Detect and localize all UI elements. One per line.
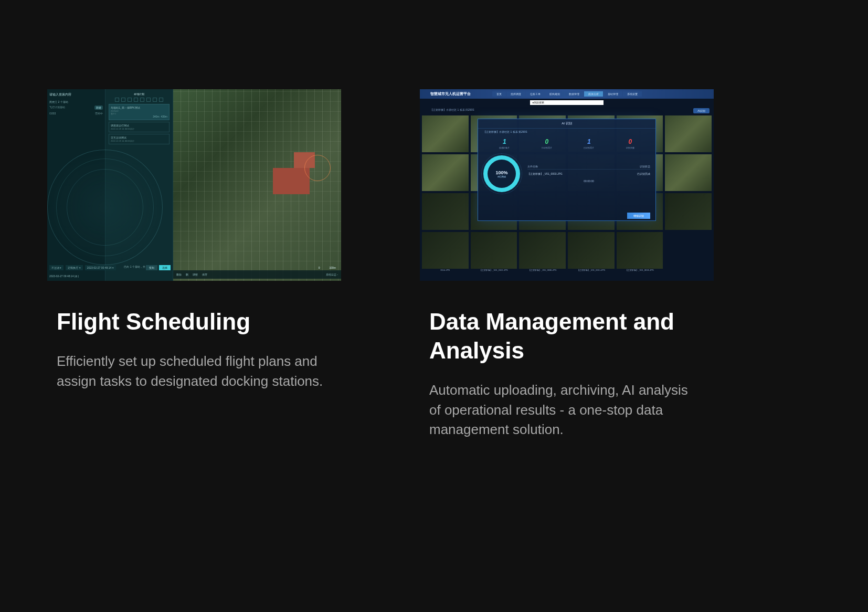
fs-task-2[interactable]: 调度器运行测试 2022.12.29 14:30:00执行	[109, 122, 170, 132]
fs-task-1[interactable]: 与场站1_第一条BPK测试 2023-02 整天1 340m 439m	[109, 104, 170, 120]
tool-icon[interactable]	[159, 98, 163, 102]
map-waypoint-circle	[304, 155, 331, 181]
fs-new-tag[interactable]: 新建	[94, 105, 103, 110]
map-building	[273, 168, 310, 194]
tool-icon[interactable]	[115, 98, 119, 102]
fs-search[interactable]: 请输入搜索内容	[49, 92, 103, 97]
dm-stat: 0 识别失败	[626, 138, 634, 149]
fs-device-row[interactable]: G003 空闲中	[49, 112, 103, 115]
data-management-screenshot: 智慧城市无人机运营平台 首页 指挥调度 任务工单 航线规划 数据管理 媒体分析 …	[420, 89, 714, 281]
dm-nav-item[interactable]: 系统设置	[623, 91, 642, 97]
dm-thumbnail[interactable]: 【正射影像】_V01_0018.JPG	[617, 232, 663, 269]
dm-stat: 1 已识别照片	[584, 138, 594, 149]
fs-task-panel: 本地计划 与场站1_第一条BPK测试 2023-02 整天1 340m 439m…	[105, 89, 173, 281]
data-management-desc: Automatic uploading, archiving, AI analy…	[429, 381, 702, 440]
flight-scheduling-screenshot: 请输入搜索内容 黑龙江 2 个基站 飞行计划基站 新建 G003 空闲中 不过滤…	[47, 89, 341, 281]
dm-thumbnail[interactable]: 【正射影像】_V01_0011.JPG	[568, 232, 615, 269]
dm-timer: 00:00:00	[527, 180, 650, 183]
feature-cards-container: 请输入搜索内容 黑龙江 2 个基站 飞行计划基站 新建 G003 空闲中 不过滤…	[0, 0, 868, 529]
data-management-title: Data Management and Analysis	[429, 307, 714, 365]
dm-continue-button[interactable]: 继续识别	[627, 213, 650, 219]
dm-modal-title: AI 识别	[478, 119, 655, 129]
fs-select-button[interactable]: 选择	[159, 265, 171, 270]
fs-toolbar	[109, 98, 170, 102]
tool-icon[interactable]	[153, 98, 157, 102]
dm-thumbnail[interactable]	[665, 154, 712, 191]
dm-thumbnail[interactable]	[665, 115, 712, 152]
fs-filter-2[interactable]: 定额执行 ▾	[66, 265, 82, 270]
dm-nav-item[interactable]: 数据管理	[565, 91, 584, 97]
dm-stats-row: 1 遥感影像片 0 待识别照片 1 已识别照片 0	[478, 135, 655, 152]
fs-tasks-header: 本地计划	[109, 92, 170, 96]
tool-icon[interactable]	[121, 98, 125, 102]
dm-nav-item[interactable]: 基站管理	[604, 91, 622, 97]
dm-nav-item[interactable]: 指挥调度	[506, 91, 525, 97]
dm-thumbnail[interactable]: 0114.JPG	[422, 232, 469, 269]
dm-search-input[interactable]: ● 例如搜索	[530, 100, 604, 105]
data-management-card: 智慧城市无人机运营平台 首页 指挥调度 任务工单 航线规划 数据管理 媒体分析 …	[420, 89, 714, 440]
dm-thumbnail[interactable]: 【正射影像】_V01_0036.JPG	[519, 232, 566, 269]
dm-thumbnail[interactable]	[422, 193, 469, 230]
dm-modal-footer: 继续识别	[627, 214, 650, 217]
flight-scheduling-desc: Efficiently set up scheduled flight plan…	[57, 352, 330, 391]
fs-region-label: 黑龙江 2 个基站	[49, 100, 103, 103]
dm-stat: 0 待识别照片	[542, 138, 552, 149]
fs-sidebar: 请输入搜索内容 黑龙江 2 个基站 飞行计划基站 新建 G003 空闲中 不过滤…	[47, 89, 105, 281]
dm-ai-modal: AI 识别 【正射影像】水源社区 1 栋东 第290S 1 遥感影像片 0 待识…	[478, 119, 656, 221]
fs-timestamp: 2023-02-27 09:48:14 (本)	[49, 275, 79, 278]
map-btn[interactable]: 删除	[176, 273, 182, 276]
tool-icon[interactable]	[134, 98, 138, 102]
fs-action-buttons: 复制 选择	[146, 265, 171, 270]
dm-thumbnail[interactable]	[422, 154, 469, 191]
dm-progress-ring: 100% AI已完成	[483, 155, 520, 192]
flight-scheduling-card: 请输入搜索内容 黑龙江 2 个基站 飞行计划基站 新建 G003 空闲中 不过滤…	[47, 89, 341, 440]
dm-nav: 首页 指挥调度 任务工单 航线规划 数据管理 媒体分析 基站管理 系统设置	[492, 91, 642, 97]
fs-copy-button[interactable]: 复制	[146, 265, 157, 270]
dm-nav-item-active[interactable]: 媒体分析	[584, 91, 603, 97]
dm-progress-area: 100% AI已完成 文件名称 识别状态 【正射影像】_V01_0003.JPG	[478, 152, 655, 195]
map-btn[interactable]: 删	[186, 273, 188, 276]
dm-nav-item[interactable]: 任务工单	[526, 91, 545, 97]
dm-thumbnail[interactable]	[665, 193, 712, 230]
map-scale: 0 100m	[319, 266, 336, 269]
map-btn[interactable]: 调整	[193, 273, 198, 276]
fs-satellite-map[interactable]: 0 100m 删除 删 调整 保存 系统日志 -	[173, 89, 341, 281]
dm-thumbnail[interactable]	[422, 115, 469, 152]
dm-modal-subtitle: 【正射影像】水源社区 1 栋东 第290S	[478, 129, 655, 135]
dm-thumbnail[interactable]: 【正射影像】_V01_0102.JPG	[471, 232, 517, 269]
dm-breadcrumb[interactable]: 【正射影像】水源社区 1 栋东 四290S	[430, 108, 474, 111]
fs-task-3[interactable]: 交互运动测试 2022.12.29 14:30:00执行	[109, 134, 170, 144]
tool-icon[interactable]	[146, 98, 151, 102]
fs-map-toolbar: 删除 删 调整 保存 系统日志 -	[173, 270, 341, 279]
dm-nav-item[interactable]: 首页	[492, 91, 506, 97]
fs-station-row[interactable]: 飞行计划基站 新建	[49, 105, 103, 110]
dm-stat: 1 遥感影像片	[499, 138, 510, 149]
dm-platform-title: 智慧城市无人机运营平台	[430, 91, 471, 97]
fs-filter-1[interactable]: 不过滤 ▾	[49, 265, 63, 270]
tool-icon[interactable]	[128, 98, 132, 102]
flight-scheduling-title: Flight Scheduling	[57, 307, 341, 336]
dm-file-row[interactable]: 【正射影像】_V01_0003.JPG 已识别完成	[527, 171, 650, 176]
dm-ai-recognize-button[interactable]: AI识别	[693, 108, 710, 113]
tool-icon[interactable]	[140, 98, 144, 102]
dm-nav-item[interactable]: 航线规划	[545, 91, 564, 97]
dm-header: 智慧城市无人机运营平台 首页 指挥调度 任务工单 航线规划 数据管理 媒体分析 …	[420, 89, 714, 99]
map-syslog[interactable]: 系统日志 -	[326, 273, 338, 276]
map-btn[interactable]: 保存	[202, 273, 207, 276]
dm-subheader: ● 例如搜索	[420, 99, 714, 106]
dm-file-list: 文件名称 识别状态 【正射影像】_V01_0003.JPG 已识别完成 00:0…	[527, 165, 650, 183]
